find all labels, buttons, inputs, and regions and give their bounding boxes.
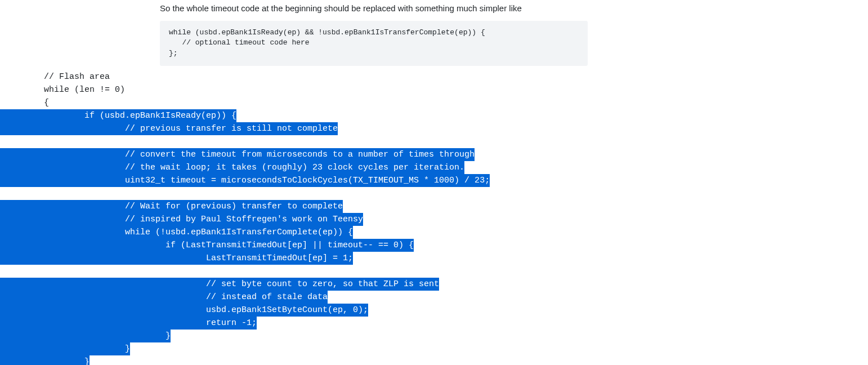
code-line: // instead of stale data — [0, 291, 868, 304]
code-line: while (!usbd.epBank1IsTransferComplete(e… — [0, 226, 868, 239]
highlighted-segment: // the wait loop; it takes (roughly) 23 … — [0, 161, 464, 174]
code-text: while (len != 0) — [44, 85, 125, 95]
code-line: } — [0, 355, 868, 365]
code-line — [0, 135, 868, 148]
code-text — [44, 137, 49, 146]
highlighted-segment: // Wait for (previous) transfer to compl… — [0, 200, 343, 213]
highlighted-segment: usbd.epBank1SetByteCount(ep, 0); — [0, 304, 368, 317]
code-line: if (LastTransmitTimedOut[ep] || timeout-… — [0, 239, 868, 252]
code-line: // previous transfer is still not comple… — [0, 122, 868, 135]
code-line: // set byte count to zero, so that ZLP i… — [0, 278, 868, 291]
code-line: if (usbd.epBank1IsReady(ep)) { — [0, 109, 868, 122]
highlighted-segment: } — [0, 330, 171, 342]
code-text — [44, 266, 49, 276]
code-line: } — [0, 330, 868, 342]
highlighted-segment: return -1; — [0, 317, 257, 330]
code-text: // Flash area — [44, 72, 110, 82]
highlighted-segment: } — [0, 342, 130, 355]
code-line: } — [0, 342, 868, 355]
highlighted-segment: while (!usbd.epBank1IsTransferComplete(e… — [0, 226, 353, 239]
highlighted-segment: // previous transfer is still not comple… — [0, 122, 338, 135]
code-line: { — [0, 96, 868, 109]
code-line: uint32_t timeout = microsecondsToClockCy… — [0, 174, 868, 187]
code-line: // Flash area — [0, 70, 868, 83]
highlighted-segment: } — [0, 355, 90, 365]
highlighted-segment: LastTransmitTimedOut[ep] = 1; — [0, 252, 353, 265]
review-comment-text: So the whole timeout code at the beginni… — [160, 2, 868, 15]
suggested-code: while (usbd.epBank1IsReady(ep) && !usbd.… — [169, 28, 579, 60]
code-line: // inspired by Paul Stoffregen's work on… — [0, 213, 868, 226]
highlighted-segment: // convert the timeout from microseconds… — [0, 148, 475, 161]
code-line — [0, 265, 868, 278]
code-line — [0, 187, 868, 200]
code-line: // convert the timeout from microseconds… — [0, 148, 868, 161]
code-text: { — [44, 98, 49, 108]
suggested-code-block: while (usbd.epBank1IsReady(ep) && !usbd.… — [160, 21, 588, 66]
highlighted-segment: if (LastTransmitTimedOut[ep] || timeout-… — [0, 239, 414, 252]
code-line: while (len != 0) — [0, 83, 868, 96]
highlighted-segment: // set byte count to zero, so that ZLP i… — [0, 278, 439, 291]
code-line: // the wait loop; it takes (roughly) 23 … — [0, 161, 868, 174]
highlighted-segment: // inspired by Paul Stoffregen's work on… — [0, 213, 363, 226]
diff-code-view[interactable]: // Flash areawhile (len != 0){ if (usbd.… — [0, 70, 868, 365]
highlighted-segment: // instead of stale data — [0, 291, 328, 304]
code-line: return -1; — [0, 317, 868, 330]
code-line: LastTransmitTimedOut[ep] = 1; — [0, 252, 868, 265]
comment-intro: So the whole timeout code at the beginni… — [160, 3, 522, 13]
code-line: usbd.epBank1SetByteCount(ep, 0); — [0, 304, 868, 317]
highlighted-segment: uint32_t timeout = microsecondsToClockCy… — [0, 174, 490, 187]
code-line: // Wait for (previous) transfer to compl… — [0, 200, 868, 213]
highlighted-segment: if (usbd.epBank1IsReady(ep)) { — [0, 109, 236, 122]
code-text — [44, 189, 49, 198]
